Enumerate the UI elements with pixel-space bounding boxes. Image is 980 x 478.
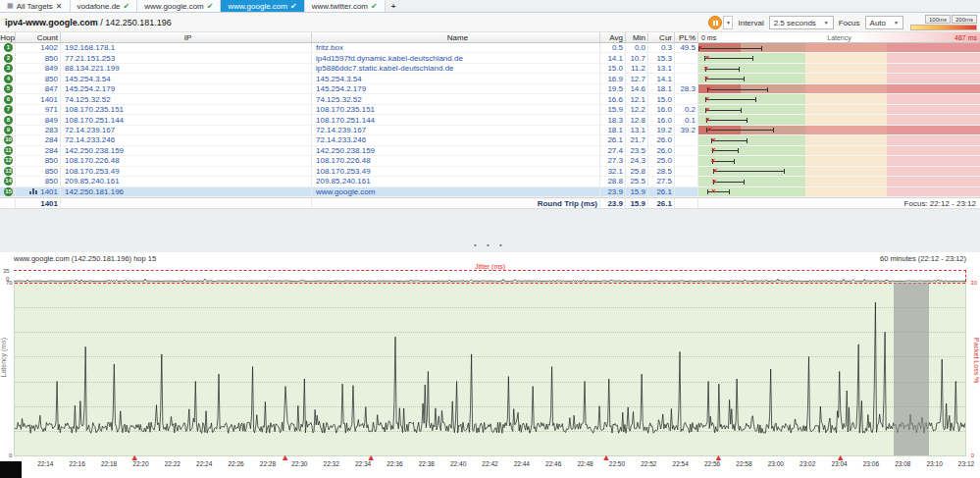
count-cell: 850	[16, 167, 61, 176]
cur-cell: 28.5	[648, 167, 675, 176]
scale-200ms-button[interactable]: 200ms	[952, 15, 977, 24]
footer-count: 1401	[16, 198, 61, 208]
latency-scale-gradient[interactable]	[910, 25, 977, 30]
min-cell: 11.2	[626, 64, 648, 73]
jitter-plot[interactable]	[14, 271, 966, 282]
packet-loss-marker-icon[interactable]: ▲	[601, 452, 610, 462]
count-cell: 1401	[16, 187, 61, 196]
focus-range: Focus: 22:12 - 23:12	[698, 198, 980, 208]
focus-select[interactable]: Auto ▼	[865, 16, 903, 29]
latency-graph-cell[interactable]: ×	[698, 94, 980, 103]
pl-cell: 0.1	[675, 115, 698, 124]
latency-graph-cell[interactable]: ×	[698, 135, 980, 144]
name-cell: 74.125.32.52	[312, 94, 600, 103]
hop-row-4[interactable]: 4850145.254.3.54145.254.3.5416.912.714.1…	[0, 74, 980, 83]
pl-cell: 49.5	[675, 43, 698, 52]
latency-graph-cell[interactable]: ×	[698, 53, 980, 62]
avg-cell: 32.1	[600, 167, 626, 176]
latency-graph-cell[interactable]: ×	[698, 177, 980, 186]
packet-loss-marker-icon[interactable]: ▲	[367, 452, 376, 462]
loss-axis-max: 30	[970, 280, 977, 286]
toolbar: ipv4-www.google.com / 142.250.181.196 ▼ …	[0, 13, 980, 32]
latency-graph-cell[interactable]: ×	[698, 74, 980, 82]
latency-graph-cell[interactable]: ×	[698, 126, 980, 134]
pl-cell	[675, 94, 698, 103]
packet-loss-marker-icon[interactable]: ▲	[281, 452, 289, 462]
footer-ip-cell	[61, 198, 312, 208]
hop-row-6[interactable]: 6140174.125.32.5274.125.32.5216.612.115.…	[0, 94, 980, 104]
latency-graph-cell[interactable]: ×	[698, 84, 980, 93]
header-hop[interactable]: Hop	[0, 32, 16, 42]
latency-whisker	[713, 171, 785, 172]
hop-row-7[interactable]: 7971108.170.235.151108.170.235.15115.912…	[0, 105, 980, 115]
cur-cell: 15.3	[648, 53, 675, 62]
latency-graph-cell[interactable]: ×	[698, 146, 980, 155]
name-cell: 72.14.233.246	[312, 135, 600, 144]
latency-range-background: ×	[698, 74, 980, 82]
hop-row-15[interactable]: 151401142.250.181.196www.google.com23.91…	[0, 187, 980, 197]
header-avg[interactable]: Avg	[600, 32, 626, 42]
ip-cell: 145.254.2.179	[61, 84, 312, 93]
splitter-handle[interactable]: • • •	[0, 240, 980, 249]
packet-loss-marker-icon[interactable]: ▲	[836, 452, 845, 462]
hop-row-3[interactable]: 384988.134.221.199ip5886ddc7.static.kabe…	[0, 64, 980, 74]
avg-cell: 18.1	[600, 126, 626, 134]
hop-row-5[interactable]: 5847145.254.2.179145.254.2.17919.514.618…	[0, 84, 980, 94]
hop-row-9[interactable]: 928372.14.239.16772.14.239.16718.113.119…	[0, 126, 980, 135]
avg-cell: 15.9	[600, 105, 626, 114]
jitter-strip[interactable]: 35 0 Jitter (ms)	[0, 263, 980, 282]
packet-loss-marker-icon[interactable]: ▲	[714, 452, 723, 462]
tab-vodafone-de[interactable]: vodafone.de✔	[71, 0, 138, 12]
latency-graph-cell[interactable]: ×	[698, 187, 980, 196]
packet-loss-marker-icon[interactable]: ▲	[130, 452, 139, 462]
header-cur[interactable]: Cur	[648, 32, 675, 42]
hop-row-2[interactable]: 285077.21.151.253ip4d1597fd.dynamic.kabe…	[0, 53, 980, 63]
latency-plot[interactable]	[14, 282, 966, 456]
tab-all-targets[interactable]: ▦All Targets✕	[0, 0, 71, 12]
ip-cell: 72.14.233.246	[61, 135, 312, 144]
round-trip-cur: 26.1	[648, 198, 675, 208]
latency-range-background: ×	[698, 53, 980, 62]
hop-row-11[interactable]: 11284142.250.238.159142.250.238.15927.42…	[0, 146, 980, 156]
hop-badge: 3	[4, 64, 13, 73]
hop-row-13[interactable]: 13850108.170.253.49108.170.253.4932.125.…	[0, 167, 980, 177]
hop-row-1[interactable]: 11402192.168.178.1fritz.box0.50.00.349.5…	[0, 43, 980, 53]
hop-badge: 11	[4, 146, 13, 155]
avg-cell: 23.9	[600, 187, 626, 196]
latency-range-background: ×	[698, 105, 980, 114]
tab-www-google-com[interactable]: www.google.com✔	[221, 0, 304, 12]
latency-graph-cell[interactable]: ×	[698, 105, 980, 114]
time-axis[interactable]: 22:1422:1622:1822:2022:2222:2422:2622:28…	[14, 456, 966, 478]
latency-graph-cell[interactable]: ×	[698, 156, 980, 165]
header-pl[interactable]: PL%	[675, 32, 698, 42]
tab-www-google-com[interactable]: www.google.com✔	[137, 0, 221, 12]
header-name[interactable]: Name	[312, 32, 600, 42]
hop-row-14[interactable]: 14850209.85.240.161209.85.240.16128.825.…	[0, 177, 980, 186]
latency-graph-cell[interactable]: ×	[698, 167, 980, 176]
hop-row-10[interactable]: 1028472.14.233.24672.14.233.24626.121.72…	[0, 135, 980, 145]
latency-axis-label: Latency (ms)	[0, 338, 7, 377]
latency-graph-cell[interactable]: ×	[698, 64, 980, 73]
header-latency[interactable]: 0 ms Latency 487 ms	[698, 32, 980, 42]
latency-whisker	[712, 161, 734, 162]
latency-graph-cell[interactable]: ×	[698, 43, 980, 52]
scale-100ms-button[interactable]: 100ms	[925, 15, 951, 24]
avg-cell: 0.5	[600, 43, 626, 52]
interval-select[interactable]: 2.5 seconds ▼	[769, 16, 834, 29]
latency-graph-cell[interactable]: ×	[698, 115, 980, 124]
pause-button[interactable]	[708, 16, 722, 29]
tab-www-twitter-com[interactable]: www.twitter.com✔	[305, 0, 386, 12]
hop-row-12[interactable]: 12850108.170.226.48108.170.226.4827.324.…	[0, 156, 980, 166]
hop-row-8[interactable]: 8849108.170.251.144108.170.251.14418.312…	[0, 115, 980, 125]
header-min[interactable]: Min	[626, 32, 648, 42]
cur-cell: 26.1	[648, 187, 675, 196]
header-ip[interactable]: IP	[61, 32, 312, 42]
close-icon[interactable]: ✕	[56, 2, 63, 11]
pause-menu-button[interactable]: ▼	[723, 16, 733, 29]
current-latency-marker: ×	[704, 95, 709, 103]
new-tab-button[interactable]: +	[386, 0, 402, 12]
cur-cell: 26.0	[648, 146, 675, 155]
hop-grid: Hop Count IP Name Avg Min Cur PL% 0 ms L…	[0, 32, 980, 208]
min-cell: 21.7	[626, 135, 648, 144]
header-count[interactable]: Count	[16, 32, 61, 42]
